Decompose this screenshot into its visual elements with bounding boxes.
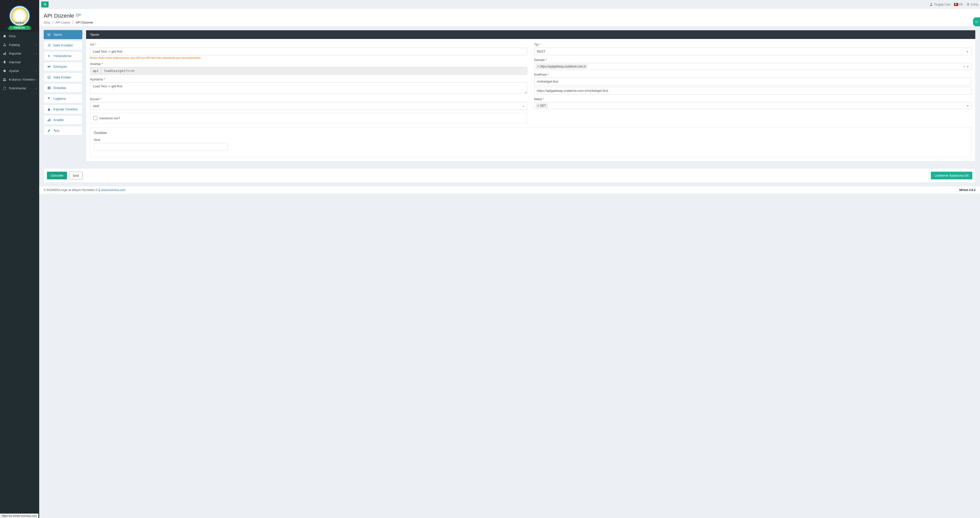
flag-icon (48, 97, 51, 100)
info-icon (48, 76, 51, 79)
chevron-down-icon[interactable]: ▼ (967, 105, 969, 107)
input-endpoint[interactable] (534, 78, 971, 85)
nav-item-raporlar[interactable]: Raporlar ‹ (0, 49, 39, 58)
user-menu[interactable]: Turgay Can (930, 3, 950, 6)
gear-icon (3, 69, 7, 72)
tab-label: Tanım (53, 33, 62, 37)
lock-icon (48, 108, 51, 111)
tab-test[interactable]: Test (44, 126, 83, 135)
chevron-left-icon: ‹ (36, 43, 37, 47)
exchange-icon (48, 65, 51, 68)
metot-tag-text: GET (540, 104, 546, 107)
checkbox-asenkron[interactable] (93, 116, 97, 120)
breadcrumb-active: API Düzenle (76, 21, 93, 24)
go-to-list-button[interactable]: Listeleme Sayfasına Git (931, 172, 972, 180)
svg-rect-4 (3, 54, 4, 55)
svg-point-8 (5, 78, 6, 79)
tab-hata-kodlari[interactable]: Hata Kodları (44, 73, 83, 82)
chevron-down-icon[interactable]: ▼ (967, 65, 969, 68)
main-nav: Giriş Katalog ‹ Raporlar ‹ Alarmlar Ayar… (0, 32, 39, 92)
svg-point-9 (931, 3, 932, 5)
bolt-icon (48, 54, 51, 57)
footer-version: Mirket 4.9.2 (959, 188, 975, 192)
svg-rect-21 (48, 120, 48, 121)
tab-yonlendirme[interactable]: Yönlendirme (44, 51, 83, 60)
language-menu[interactable]: Dil (954, 3, 963, 6)
svg-rect-19 (48, 89, 50, 89)
select-durum[interactable]: Aktif (90, 102, 527, 110)
svg-rect-17 (48, 87, 50, 87)
nav-item-dokumanlar[interactable]: Dokümanlar ‹ (0, 84, 39, 92)
label-endpoint: EndPoint * (534, 73, 971, 76)
nav-label: Dokümanlar (9, 86, 26, 90)
input-ad[interactable] (90, 48, 527, 55)
svg-rect-3 (5, 45, 6, 46)
gears-icon (975, 20, 978, 24)
pencil-icon (48, 129, 51, 132)
metot-tag: ×GET (536, 103, 548, 108)
svg-point-13 (80, 14, 80, 15)
label-host: Host (94, 138, 228, 141)
cancel-button[interactable]: İptal (69, 172, 83, 180)
tag-remove-icon[interactable]: × (537, 104, 539, 107)
users-icon (3, 78, 7, 81)
topbar-right: Turgay Can Dil Çıkış (930, 3, 978, 6)
sitemap-icon (3, 43, 7, 46)
menu-toggle-button[interactable] (41, 2, 49, 8)
nav-label: Raporlar (9, 52, 21, 55)
nav-label: Kullanıcı Yönetimi (9, 78, 35, 81)
nav-item-ayarlar[interactable]: Ayarlar ‹ (0, 67, 39, 75)
nav-item-alarmlar[interactable]: Alarmlar (0, 58, 39, 67)
tab-onbellek[interactable]: Önbellek (44, 83, 83, 92)
breadcrumb-link[interactable]: Giriş (44, 21, 50, 24)
logout-button[interactable]: Çıkış (966, 3, 978, 6)
nav-item-kullanici[interactable]: Kullanıcı Yönetimi ‹ (0, 75, 39, 84)
logo[interactable]: mirket (9, 5, 30, 26)
svg-rect-6 (5, 52, 6, 55)
tab-loglama[interactable]: Loglama (44, 94, 83, 103)
label-tip: Tip * (534, 43, 971, 46)
tab-donusum[interactable]: Dönüşüm (44, 62, 83, 71)
input-anahtar (101, 67, 527, 75)
label-metot: Metot * (534, 97, 971, 101)
metot-tag-input[interactable]: ×GET ▼ (534, 102, 971, 109)
breadcrumb-link[interactable]: API Listesi (55, 21, 70, 24)
domain-tag-text: https://apigateway.vodafone.com.tr (540, 65, 586, 68)
side-tabs: Tanım İstek Kuralları Yönlendirme Dönüşü… (44, 30, 83, 162)
chevron-left-icon: ‹ (36, 86, 37, 90)
hint-ad: Birden fazla ortam kullanılıyorsa, aynı … (90, 56, 527, 59)
input-host[interactable] (94, 143, 228, 151)
tab-analitik[interactable]: Analitik (44, 115, 83, 124)
svg-rect-0 (4, 43, 5, 44)
tab-tanim[interactable]: Tanım (44, 30, 83, 39)
chevron-left-icon: ‹ (36, 52, 37, 55)
tab-kaynak-yonetimi[interactable]: Kaynak Yönetimi (44, 105, 83, 114)
nav-item-giris[interactable]: Giriş (0, 32, 39, 40)
sidebar: mirket PRIMARY Giriş Katalog ‹ Raporlar … (0, 0, 39, 518)
breadcrumb-sep: / (52, 21, 53, 24)
label-domain: Domain * (534, 58, 971, 62)
svg-point-25 (976, 22, 977, 22)
select-tip[interactable]: REST (534, 48, 971, 55)
textarea-aciklama[interactable] (90, 83, 527, 94)
clear-icon[interactable]: × (963, 65, 965, 68)
breadcrumb: Giriş / API Listesi / API Düzenle (44, 21, 975, 24)
floating-settings-button[interactable] (973, 17, 980, 26)
footer-link[interactable]: www.inomera.com (101, 188, 126, 192)
logout-label: Çıkış (970, 3, 978, 6)
update-button[interactable]: Güncelle (47, 172, 67, 180)
gears-icon (76, 13, 81, 19)
form-col-left: Ad * Birden fazla ortam kullanılıyorsa, … (90, 43, 527, 123)
storage-icon (48, 86, 51, 89)
tab-istek-kurallari[interactable]: İstek Kuralları (44, 41, 83, 50)
domain-tag: ×https://apigateway.vodafone.com.tr (536, 64, 587, 69)
features-box: Özellikler Host (90, 127, 971, 157)
domain-tag-input[interactable]: ×https://apigateway.vodafone.com.tr × ▼ (534, 63, 971, 70)
nav-item-katalog[interactable]: Katalog ‹ (0, 40, 39, 49)
svg-point-15 (48, 34, 49, 35)
tab-label: Dönüşüm (53, 65, 67, 68)
list-icon (48, 44, 51, 47)
tag-remove-icon[interactable]: × (537, 65, 539, 68)
chevron-left-icon: ‹ (36, 69, 37, 73)
nav-label: Giriş (9, 34, 16, 38)
